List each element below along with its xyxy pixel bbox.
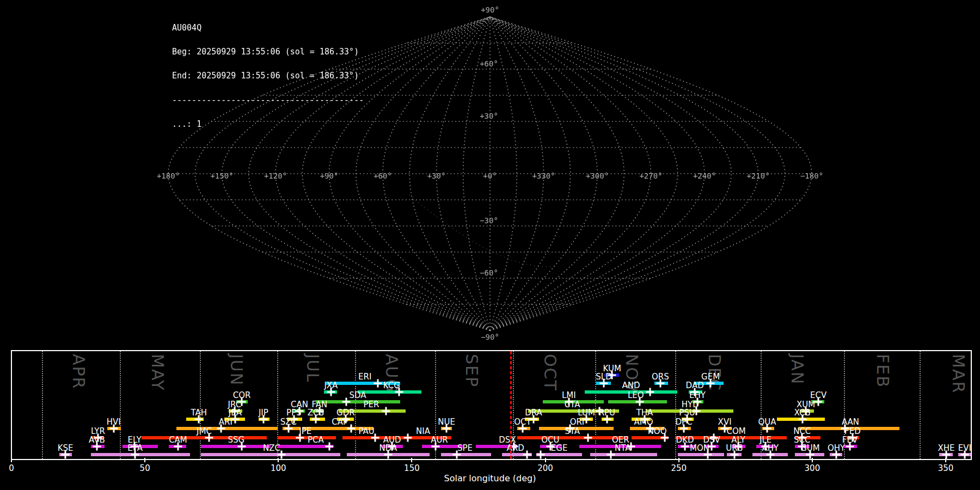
- x-tick-label: 250: [671, 463, 687, 473]
- x-tick: [11, 458, 12, 462]
- shower-label-OHY: OHY: [828, 444, 845, 452]
- peak-marker-EGE: [536, 451, 544, 459]
- sky-projection-canvas: [0, 0, 980, 348]
- shower-label-SDA: SDA: [349, 391, 366, 400]
- shower-bar-JPE: [278, 436, 336, 439]
- x-tick-label: 200: [537, 463, 553, 473]
- shower-label-ORI: ORI: [570, 418, 585, 426]
- month-label: JUN: [227, 354, 246, 386]
- month-gridline: [120, 351, 121, 459]
- current-sol-line: [510, 351, 512, 459]
- x-tick-label: 100: [271, 463, 286, 473]
- meteor-shower-activity-screen: AU004Q Beg: 20250929 13:55:06 (sol = 186…: [0, 0, 980, 490]
- x-tick-label: 50: [140, 463, 150, 473]
- shower-label-KCG: KCG: [383, 382, 400, 390]
- month-label: MAR: [949, 354, 968, 394]
- shower-label-XHE: XHE: [938, 444, 955, 452]
- shower-label-JIP: JIP: [259, 409, 268, 417]
- shower-bar-JMC: [142, 436, 267, 439]
- shower-label-NOO: NOO: [648, 427, 667, 436]
- shower-label-JMC: JMC: [197, 427, 212, 436]
- month-label: MAY: [148, 354, 167, 391]
- shower-label-DAD: DAD: [686, 382, 704, 390]
- shower-bar-NTA: [590, 453, 657, 456]
- shower-bar-SPE: [441, 453, 491, 456]
- shower-label-AMO: AMO: [634, 418, 653, 426]
- shower-label-NZC: NZC: [263, 444, 280, 452]
- month-gridline: [200, 351, 201, 459]
- shower-label-JXA: JXA: [324, 382, 338, 390]
- shower-label-AUR: AUR: [431, 436, 448, 444]
- month-label: FEB: [873, 354, 892, 388]
- shower-label-LEO: LEO: [628, 391, 644, 400]
- header-separator: ---------------------------------------: [172, 96, 364, 105]
- x-tick-label: 300: [805, 463, 820, 473]
- shower-label-NDA: NDA: [379, 444, 397, 452]
- month-gridline: [355, 351, 356, 459]
- shower-label-GDR: GDR: [336, 409, 355, 417]
- shower-label-EGE: EGE: [551, 444, 568, 452]
- x-tick-label: 0: [9, 463, 14, 473]
- shower-label-TAH: TAH: [191, 409, 207, 417]
- shower-label-JPE: JPE: [299, 427, 311, 436]
- shower-label-COM: COM: [727, 427, 746, 436]
- shower-label-PCA: PCA: [308, 436, 324, 444]
- shower-bar-AUR: [422, 445, 463, 448]
- shower-label-ERI: ERI: [358, 373, 371, 381]
- end-time: End: 20250929 13:55:06 (sol = 186.33°): [172, 72, 364, 80]
- shower-label-NIA: NIA: [416, 427, 430, 436]
- shower-label-SZC: SZC: [280, 418, 297, 426]
- observation-header: AU004Q Beg: 20250929 13:55:06 (sol = 186…: [172, 8, 364, 145]
- shower-bar-SSG: [201, 445, 271, 448]
- shower-label-LMI: LMI: [562, 391, 576, 400]
- shower-label-SSG: SSG: [228, 436, 245, 444]
- peak-marker-NIA: [404, 434, 412, 442]
- shower-label-LYR: LYR: [91, 427, 105, 436]
- shower-label-HVI: HVI: [107, 418, 121, 426]
- shower-label-PAU: PAU: [358, 427, 374, 436]
- month-label: JUL: [303, 354, 322, 383]
- shower-label-LUM: LUM: [578, 409, 595, 417]
- peak-marker-CAP: [347, 425, 356, 433]
- shower-label-NUE: NUE: [438, 418, 455, 426]
- peak-marker-NTA: [607, 451, 615, 459]
- shower-label-COR: COR: [233, 391, 251, 400]
- shower-label-URS: URS: [726, 444, 743, 452]
- month-gridline: [42, 351, 43, 459]
- shower-label-PPS: PPS: [286, 409, 302, 417]
- x-tick: [144, 458, 145, 462]
- shower-id: AU004Q: [172, 24, 364, 32]
- x-tick: [678, 458, 679, 462]
- shower-label-STA: STA: [565, 427, 580, 436]
- shower-label-QUA: QUA: [758, 418, 776, 426]
- shower-label-SLD: SLD: [596, 373, 611, 381]
- peak-marker-AND: [646, 388, 654, 396]
- month-label: SEP: [462, 354, 481, 388]
- shower-label-AAN: AAN: [842, 418, 859, 426]
- activity-timeline-frame: APRMAYJUNJULAUGSEPOCTNOVDECJANFEBMARKUME…: [11, 350, 972, 460]
- shower-label-ETA: ETA: [127, 444, 143, 452]
- shower-label-SPE: SPE: [457, 444, 473, 452]
- shower-label-ARI: ARI: [219, 418, 232, 426]
- shower-bar-ARI: [176, 427, 278, 430]
- month-gridline: [595, 351, 596, 459]
- x-tick: [545, 458, 546, 462]
- shower-label-ECV: ECV: [810, 391, 826, 400]
- shower-label-THA: THA: [636, 409, 653, 417]
- shower-bar-NZC: [201, 453, 340, 456]
- shower-label-XCB: XCB: [794, 409, 811, 417]
- shower-bar-SDA: [316, 400, 400, 403]
- month-label: OCT: [541, 354, 560, 391]
- begin-time: Beg: 20250929 13:55:06 (sol = 186.33°): [172, 48, 364, 56]
- shower-label-EVI: EVI: [958, 444, 971, 452]
- shower-label-ARD: ARD: [507, 444, 524, 452]
- shower-label-KSE: KSE: [58, 444, 74, 452]
- x-tick-label: 150: [404, 463, 420, 473]
- shower-label-CAM: CAM: [169, 436, 187, 444]
- shower-label-NCC: NCC: [793, 427, 811, 436]
- shower-label-GUM: GUM: [800, 444, 820, 452]
- shower-label-OCT: OCT: [514, 418, 531, 426]
- shower-label-PSU: PSU: [679, 409, 695, 417]
- shower-bar-MON: [678, 453, 724, 456]
- shower-label-DRA: DRA: [525, 409, 542, 417]
